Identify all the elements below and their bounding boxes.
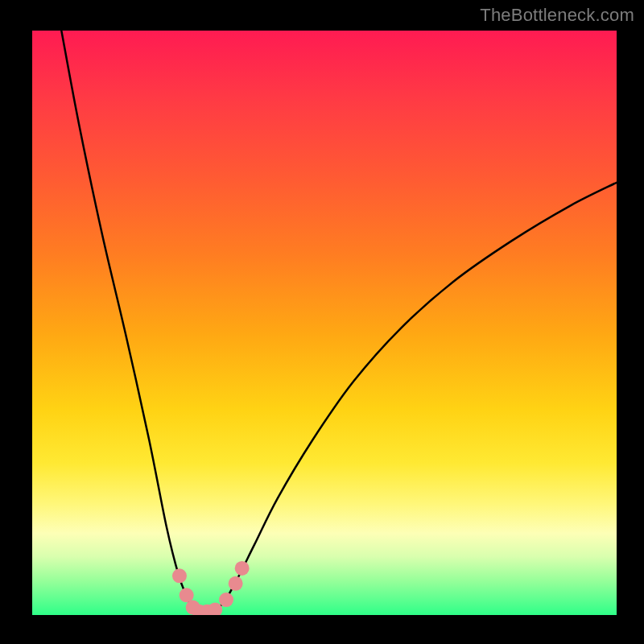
bottleneck-marker: [229, 576, 243, 591]
plot-area: [32, 31, 617, 615]
watermark-text: TheBottleneck.com: [480, 5, 634, 26]
bottleneck-marker: [235, 561, 250, 576]
bottleneck-marker: [172, 568, 187, 583]
bottleneck-curve: [61, 31, 617, 613]
bottleneck-marker: [219, 592, 233, 607]
bottleneck-marker: [180, 588, 194, 602]
chart-frame: TheBottleneck.com: [0, 0, 644, 644]
bottleneck-marker: [208, 602, 222, 615]
chart-svg: [32, 31, 617, 615]
